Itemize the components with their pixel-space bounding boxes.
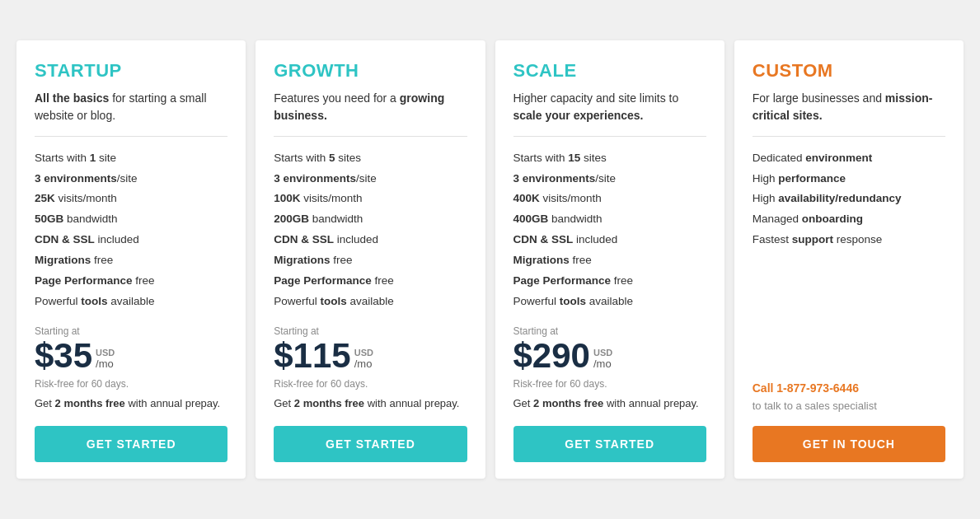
feature-item: 400GB bandwidth xyxy=(513,209,706,230)
price-meta: USD/mo xyxy=(354,348,373,373)
plan-features-startup: Starts with 1 site3 environments/site25K… xyxy=(35,148,227,313)
price-row: $115USD/mo xyxy=(274,339,467,373)
feature-item: 3 environments/site xyxy=(274,169,467,189)
plan-features-growth: Starts with 5 sites3 environments/site10… xyxy=(274,148,467,313)
plan-description-custom: For large businesses and mission-critica… xyxy=(753,90,945,124)
plan-divider-growth xyxy=(274,136,467,137)
price-currency: USD xyxy=(354,348,373,358)
custom-contact: Call 1-877-973-6446to talk to a sales sp… xyxy=(753,381,945,413)
starting-at-label: Starting at xyxy=(35,325,227,337)
annual-promo-text: Get 2 months free with annual prepay. xyxy=(513,396,706,411)
plan-pricing-growth: Starting at$115USD/moRisk-free for 60 da… xyxy=(274,325,467,462)
feature-item: Page Performance free xyxy=(513,271,706,292)
price-amount: $115 xyxy=(274,339,350,373)
feature-item: Starts with 1 site xyxy=(35,148,227,169)
plan-pricing-scale: Starting at$290USD/moRisk-free for 60 da… xyxy=(513,325,706,462)
custom-phone: Call 1-877-973-6446 xyxy=(753,381,945,395)
plan-pricing-startup: Starting at$35USD/moRisk-free for 60 day… xyxy=(35,325,227,462)
feature-item: Starts with 5 sites xyxy=(274,148,467,169)
price-period: /mo xyxy=(96,358,115,370)
price-meta: USD/mo xyxy=(96,348,115,373)
price-currency: USD xyxy=(593,348,612,358)
feature-item: Powerful tools available xyxy=(274,292,467,312)
risk-free-text: Risk-free for 60 days. xyxy=(513,378,706,390)
feature-item: 100K visits/month xyxy=(274,189,467,209)
cta-button-growth[interactable]: GET STARTED xyxy=(274,426,467,462)
price-amount: $35 xyxy=(35,339,92,373)
starting-at-label: Starting at xyxy=(513,325,706,337)
price-period: /mo xyxy=(354,358,373,370)
plan-card-growth: GROWTHFeatures you need for a growing bu… xyxy=(256,40,485,479)
feature-item: 25K visits/month xyxy=(35,189,227,209)
feature-item: Starts with 15 sites xyxy=(513,148,706,169)
feature-item: High performance xyxy=(753,169,945,189)
feature-item: Migrations free xyxy=(274,250,467,271)
feature-item: Migrations free xyxy=(513,250,706,271)
cta-button-startup[interactable]: GET STARTED xyxy=(35,426,227,462)
price-currency: USD xyxy=(96,348,115,358)
plan-divider-custom xyxy=(753,136,945,137)
feature-item: CDN & SSL included xyxy=(35,230,227,250)
plan-divider-scale xyxy=(513,136,706,137)
annual-promo-text: Get 2 months free with annual prepay. xyxy=(35,396,227,411)
price-row: $35USD/mo xyxy=(35,339,227,373)
plan-features-custom: Dedicated environmentHigh performanceHig… xyxy=(753,148,945,369)
price-period: /mo xyxy=(593,358,612,370)
feature-item: 400K visits/month xyxy=(513,189,706,209)
starting-at-label: Starting at xyxy=(274,325,467,337)
plan-title-startup: STARTUP xyxy=(35,60,227,82)
risk-free-text: Risk-free for 60 days. xyxy=(274,378,467,390)
feature-item: Page Performance free xyxy=(274,271,467,292)
price-row: $290USD/mo xyxy=(513,339,706,373)
cta-button-custom[interactable]: GET IN TOUCH xyxy=(753,426,945,462)
feature-item: CDN & SSL included xyxy=(274,230,467,250)
feature-item: 3 environments/site xyxy=(513,169,706,189)
plan-title-custom: CUSTOM xyxy=(753,60,945,82)
feature-item: Managed onboarding xyxy=(753,209,945,230)
plan-description-startup: All the basics for starting a small webs… xyxy=(35,90,227,124)
plan-title-growth: GROWTH xyxy=(274,60,467,82)
feature-item: 50GB bandwidth xyxy=(35,209,227,230)
plan-features-scale: Starts with 15 sites3 environments/site4… xyxy=(513,148,706,313)
price-meta: USD/mo xyxy=(593,348,612,373)
feature-item: 200GB bandwidth xyxy=(274,209,467,230)
plan-pricing-custom: Call 1-877-973-6446to talk to a sales sp… xyxy=(753,381,945,462)
price-amount: $290 xyxy=(513,339,590,373)
plan-divider-startup xyxy=(35,136,227,137)
annual-promo-text: Get 2 months free with annual prepay. xyxy=(274,396,467,411)
pricing-grid: STARTUPAll the basics for starting a sma… xyxy=(16,40,964,479)
feature-item: Powerful tools available xyxy=(513,292,706,312)
risk-free-text: Risk-free for 60 days. xyxy=(35,378,227,390)
plan-description-growth: Features you need for a growing business… xyxy=(274,90,467,124)
feature-item: Dedicated environment xyxy=(753,148,945,169)
custom-phone-sub: to talk to a sales specialist xyxy=(753,400,877,412)
feature-item: Fastest support response xyxy=(753,230,945,250)
plan-description-scale: Higher capacity and site limits to scale… xyxy=(513,90,706,124)
plan-card-scale: SCALEHigher capacity and site limits to … xyxy=(495,40,724,479)
feature-item: High availability/redundancy xyxy=(753,189,945,209)
plan-title-scale: SCALE xyxy=(513,60,706,82)
feature-item: CDN & SSL included xyxy=(513,230,706,250)
feature-item: Migrations free xyxy=(35,250,227,271)
cta-button-scale[interactable]: GET STARTED xyxy=(513,426,706,462)
feature-item: Powerful tools available xyxy=(35,292,227,312)
feature-item: Page Performance free xyxy=(35,271,227,292)
plan-card-custom: CUSTOMFor large businesses and mission-c… xyxy=(734,40,964,479)
feature-item: 3 environments/site xyxy=(35,169,227,189)
plan-card-startup: STARTUPAll the basics for starting a sma… xyxy=(16,40,246,479)
